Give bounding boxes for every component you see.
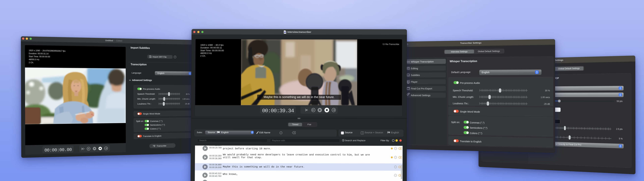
svg-text:?: ? <box>174 56 176 58</box>
